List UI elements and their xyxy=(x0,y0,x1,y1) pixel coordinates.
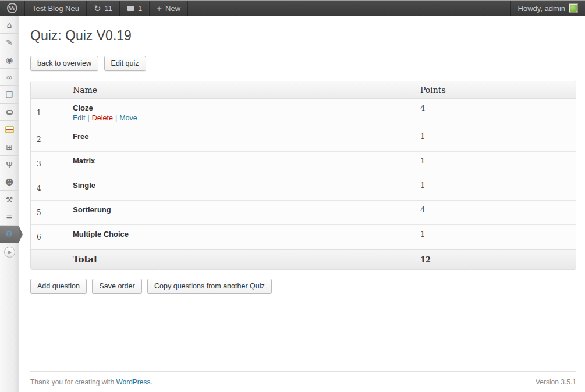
table-row[interactable]: 6Multiple Choice1 xyxy=(31,224,576,249)
row-number: 4 xyxy=(31,176,67,200)
name-cell: Multiple Choice xyxy=(67,224,414,249)
total-label: Total xyxy=(67,249,414,269)
admin-bar-right: Howdy, admin xyxy=(510,1,585,16)
pushpin-icon: ✎ xyxy=(6,38,13,47)
delete-link[interactable]: Delete xyxy=(92,114,113,122)
document-icon: ❐ xyxy=(6,91,13,99)
move-link[interactable]: Move xyxy=(119,114,137,122)
my-account-menu[interactable]: Howdy, admin xyxy=(510,1,585,16)
points-cell: 1 xyxy=(414,176,576,200)
sidebar-item-quiz-plugin[interactable] xyxy=(0,121,19,138)
back-to-overview-button[interactable]: back to overview xyxy=(30,56,98,71)
header-points: Points xyxy=(414,81,576,99)
name-cell: ClozeEdit|Delete|Move xyxy=(67,99,414,127)
question-name: Free xyxy=(73,132,88,141)
top-button-row: back to overview Edit quiz xyxy=(30,56,576,71)
row-number: 3 xyxy=(31,151,67,176)
header-name: Name xyxy=(67,81,414,99)
table-row[interactable]: 1ClozeEdit|Delete|Move4 xyxy=(31,99,576,127)
layout-icon: ⊞ xyxy=(6,143,13,151)
total-points: 12 xyxy=(414,249,576,269)
speech-bubble-icon xyxy=(6,110,13,115)
sidebar-item-pages[interactable]: ❐ xyxy=(0,86,19,104)
action-separator: | xyxy=(86,114,92,122)
tools-icon: ⚒ xyxy=(6,195,13,204)
question-name: Single xyxy=(73,181,95,190)
copy-questions-button[interactable]: Copy questions from another Quiz xyxy=(147,279,272,294)
footer-version: Version 3.5.1 xyxy=(536,378,576,386)
sliders-icon: ≡ xyxy=(6,213,13,221)
howdy-label: Howdy, admin xyxy=(518,4,565,13)
new-content-menu[interactable]: + New xyxy=(150,1,188,16)
sidebar-item-plugins[interactable]: Ψ xyxy=(0,156,19,173)
sidebar-item-media[interactable]: ◉ xyxy=(0,51,19,69)
comments-count: 1 xyxy=(138,4,142,13)
edit-link[interactable]: Edit xyxy=(73,114,86,122)
plus-icon: + xyxy=(157,4,162,13)
question-name: Sortierung xyxy=(73,205,111,214)
footer-thanks: Thank you for creating with WordPress. xyxy=(30,378,153,386)
table-row[interactable]: 4Single1 xyxy=(31,176,576,200)
gear-icon: ⚙ xyxy=(5,230,13,238)
wordpress-logo-icon: W xyxy=(7,3,17,13)
page-title: Quiz: Quiz V0.19 xyxy=(30,27,576,44)
site-name-menu[interactable]: Test Blog Neu xyxy=(25,1,87,16)
sidebar-item-appearance[interactable]: ⊞ xyxy=(0,138,19,156)
question-name: Cloze xyxy=(73,104,93,112)
points-cell: 1 xyxy=(414,151,576,176)
table-row[interactable]: 5Sortierung4 xyxy=(31,200,576,224)
collapse-arrow-icon: ▶ xyxy=(4,247,15,258)
row-number: 2 xyxy=(31,127,67,151)
updates-count: 11 xyxy=(105,4,113,13)
sidebar-item-tools[interactable]: ⚒ xyxy=(0,191,19,208)
admin-menu-sidebar: ⌂✎◉∞❐⊞Ψ☻⚒≡⚙▶ xyxy=(0,16,19,392)
comments-menu[interactable]: 1 xyxy=(120,1,150,16)
comments-icon xyxy=(127,6,134,11)
total-empty-cell xyxy=(31,249,67,269)
wordpress-link[interactable]: WordPress xyxy=(116,378,150,386)
bottom-button-row: Add question Save order Copy questions f… xyxy=(30,279,576,294)
table-row[interactable]: 2Free1 xyxy=(31,127,576,151)
sidebar-item-collapse-menu[interactable]: ▶ xyxy=(0,243,19,261)
wordpress-logo-menu[interactable]: W xyxy=(0,1,25,16)
chain-icon: ∞ xyxy=(6,73,13,81)
row-number: 6 xyxy=(31,224,67,249)
footer-thanks-text: Thank you for creating with xyxy=(30,378,116,386)
name-cell: Single xyxy=(67,176,414,200)
total-row: Total 12 xyxy=(31,249,576,269)
people-icon: ☻ xyxy=(5,178,14,186)
row-number: 5 xyxy=(31,200,67,224)
camera-icon: ◉ xyxy=(6,56,13,64)
edit-quiz-button[interactable]: Edit quiz xyxy=(104,56,146,71)
points-cell: 1 xyxy=(414,224,576,249)
sidebar-item-users[interactable]: ☻ xyxy=(0,173,19,191)
sidebar-item-comments[interactable] xyxy=(0,104,19,121)
sidebar-item-settings[interactable]: ≡ xyxy=(0,208,19,226)
questions-table: Name Points 1ClozeEdit|Delete|Move42Free… xyxy=(30,81,576,270)
admin-bar-left: W Test Blog Neu ↻ 11 1 + New xyxy=(0,1,188,16)
plug-icon: Ψ xyxy=(6,161,12,169)
points-cell: 4 xyxy=(414,200,576,224)
footer-thanks-period: . xyxy=(151,378,153,386)
name-cell: Free xyxy=(67,127,414,151)
home-icon: ⌂ xyxy=(7,21,12,29)
name-cell: Sortierung xyxy=(67,200,414,224)
points-cell: 1 xyxy=(414,127,576,151)
admin-bar: W Test Blog Neu ↻ 11 1 + New Howdy, admi… xyxy=(0,0,585,16)
sidebar-item-dashboard[interactable]: ⌂ xyxy=(0,16,19,34)
avatar xyxy=(569,3,578,13)
main-content: Quiz: Quiz V0.19 back to overview Edit q… xyxy=(19,16,585,392)
sidebar-item-posts[interactable]: ✎ xyxy=(0,34,19,51)
table-header-row: Name Points xyxy=(31,81,576,99)
updates-menu[interactable]: ↻ 11 xyxy=(87,1,120,16)
sidebar-item-wp-pro-quiz[interactable]: ⚙ xyxy=(0,226,19,243)
table-row[interactable]: 3Matrix1 xyxy=(31,151,576,176)
sidebar-item-links[interactable]: ∞ xyxy=(0,69,19,86)
row-actions: Edit|Delete|Move xyxy=(73,114,409,122)
action-separator: | xyxy=(113,114,119,122)
save-order-button[interactable]: Save order xyxy=(92,279,141,294)
add-question-button[interactable]: Add question xyxy=(30,279,87,294)
footer: Thank you for creating with WordPress. V… xyxy=(30,371,576,392)
question-name: Matrix xyxy=(73,156,95,165)
updates-icon: ↻ xyxy=(94,4,101,13)
